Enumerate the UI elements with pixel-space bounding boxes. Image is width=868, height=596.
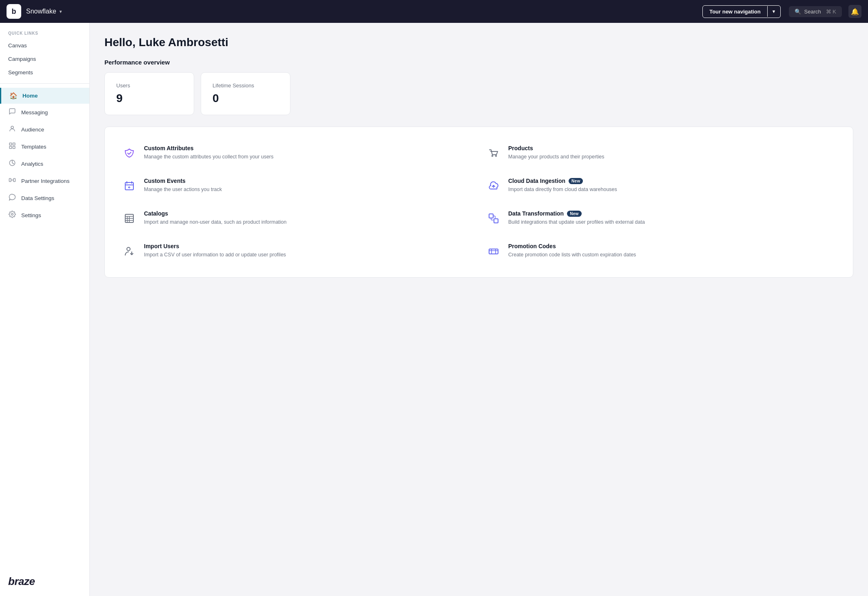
products-icon [485, 145, 502, 161]
sidebar: Quick Links Canvas Campaigns Segments 🏠 … [0, 23, 90, 596]
notifications-button[interactable]: 🔔 [848, 5, 861, 18]
data-settings-icon [8, 193, 16, 202]
app-layout: Quick Links Canvas Campaigns Segments 🏠 … [0, 23, 868, 596]
lifetime-sessions-label: Lifetime Sessions [213, 82, 279, 89]
tour-dropdown-btn[interactable]: ▼ [767, 6, 780, 17]
data-settings-label: Data Settings [21, 195, 54, 201]
partner-integrations-icon [8, 176, 16, 185]
ds-item-products[interactable]: Products Manage your products and their … [479, 137, 843, 169]
ds-item-custom-attributes[interactable]: Custom Attributes Manage the custom attr… [115, 137, 479, 169]
perf-overview-title: Performance overview [104, 59, 853, 66]
lifetime-sessions-stat-card: Lifetime Sessions 0 [201, 72, 290, 115]
svg-point-9 [492, 156, 493, 157]
data-settings-grid: Custom Attributes Manage the custom attr… [115, 137, 843, 267]
svg-rect-11 [125, 182, 133, 190]
sidebar-item-data-settings[interactable]: Data Settings [0, 189, 89, 207]
svg-point-8 [11, 213, 13, 216]
audience-label: Audience [21, 127, 44, 133]
sidebar-link-campaigns[interactable]: Campaigns [0, 52, 89, 66]
sidebar-link-canvas[interactable]: Canvas [0, 39, 89, 52]
messaging-label: Messaging [21, 109, 48, 116]
tour-main-btn[interactable]: Tour new navigation [703, 6, 767, 18]
sidebar-item-audience[interactable]: Audience [0, 121, 89, 138]
catalogs-content: Catalogs Import and manage non-user data… [144, 210, 287, 226]
partner-integrations-label: Partner Integrations [21, 178, 70, 184]
sidebar-item-templates[interactable]: Templates [0, 138, 89, 155]
templates-label: Templates [21, 144, 46, 150]
import-users-title: Import Users [144, 243, 286, 249]
lifetime-sessions-value: 0 [213, 92, 279, 105]
workspace-selector[interactable]: Snowflake ▼ [26, 8, 63, 15]
custom-attributes-desc: Manage the custom attributes you collect… [144, 153, 274, 161]
catalogs-icon [121, 210, 137, 227]
promotion-codes-desc: Create promotion code lists with custom … [508, 251, 636, 259]
data-transformation-title: Data Transformation New [508, 210, 645, 217]
products-title: Products [508, 145, 604, 151]
bell-icon: 🔔 [851, 8, 859, 16]
svg-rect-2 [13, 143, 15, 145]
promotion-codes-icon [485, 243, 502, 259]
chevron-down-icon: ▼ [59, 9, 63, 14]
svg-rect-13 [489, 214, 493, 218]
custom-events-title: Custom Events [144, 178, 222, 184]
data-transformation-icon [485, 210, 502, 227]
top-navigation: b Snowflake ▼ Tour new navigation ▼ 🔍 Se… [0, 0, 868, 23]
settings-icon [8, 211, 16, 220]
braze-wordmark: braze [8, 575, 81, 588]
campaigns-link-label: Campaigns [8, 56, 36, 62]
templates-icon [8, 142, 16, 151]
analytics-label: Analytics [21, 161, 43, 167]
stats-row: Users 9 Lifetime Sessions 0 [104, 72, 853, 115]
search-icon: 🔍 [795, 9, 801, 15]
analytics-icon [8, 159, 16, 168]
catalogs-title: Catalogs [144, 210, 287, 217]
data-transformation-desc: Build integrations that update user prof… [508, 218, 645, 226]
sidebar-link-segments[interactable]: Segments [0, 66, 89, 79]
sidebar-item-analytics[interactable]: Analytics [0, 155, 89, 172]
sidebar-item-partner-integrations[interactable]: Partner Integrations [0, 172, 89, 189]
catalogs-desc: Import and manage non-user data, such as… [144, 218, 287, 226]
svg-rect-16 [489, 249, 498, 254]
data-settings-card: Custom Attributes Manage the custom attr… [104, 127, 853, 278]
cloud-data-ingestion-title: Cloud Data Ingestion New [508, 178, 617, 184]
global-search[interactable]: 🔍 Search ⌘ K [789, 6, 842, 17]
data-transformation-content: Data Transformation New Build integratio… [508, 210, 645, 226]
products-content: Products Manage your products and their … [508, 145, 604, 161]
ds-item-import-users[interactable]: Import Users Import a CSV of user inform… [115, 235, 479, 267]
sidebar-item-settings[interactable]: Settings [0, 207, 89, 224]
workspace-name: Snowflake [26, 8, 56, 15]
users-stat-card: Users 9 [104, 72, 194, 115]
settings-label: Settings [21, 212, 41, 218]
home-label: Home [22, 93, 38, 99]
import-users-content: Import Users Import a CSV of user inform… [144, 243, 286, 259]
sidebar-item-home[interactable]: 🏠 Home [0, 88, 89, 104]
page-greeting: Hello, Luke Ambrosetti [104, 36, 853, 49]
sidebar-item-messaging[interactable]: Messaging [0, 104, 89, 121]
import-users-icon [121, 243, 137, 259]
promotion-codes-title: Promotion Codes [508, 243, 636, 249]
svg-rect-3 [9, 147, 11, 149]
cloud-data-ingestion-badge: New [569, 178, 583, 184]
ds-item-promotion-codes[interactable]: Promotion Codes Create promotion code li… [479, 235, 843, 267]
users-stat-value: 9 [116, 92, 182, 105]
tour-navigation-button[interactable]: Tour new navigation ▼ [702, 5, 780, 18]
svg-point-10 [496, 156, 497, 157]
quick-links-label: Quick Links [0, 23, 89, 39]
ds-item-cloud-data-ingestion[interactable]: Cloud Data Ingestion New Import data dir… [479, 169, 843, 202]
search-label: Search [804, 9, 821, 15]
ds-item-catalogs[interactable]: Catalogs Import and manage non-user data… [115, 202, 479, 235]
cloud-data-ingestion-content: Cloud Data Ingestion New Import data dir… [508, 178, 617, 193]
main-content: Hello, Luke Ambrosetti Performance overv… [90, 23, 868, 596]
sidebar-bottom: braze [0, 567, 89, 596]
ds-item-data-transformation[interactable]: Data Transformation New Build integratio… [479, 202, 843, 235]
svg-point-15 [127, 247, 130, 251]
custom-events-icon [121, 178, 137, 194]
custom-events-content: Custom Events Manage the user actions yo… [144, 178, 222, 193]
svg-rect-1 [9, 143, 11, 145]
custom-events-desc: Manage the user actions you track [144, 186, 222, 193]
import-users-desc: Import a CSV of user information to add … [144, 251, 286, 259]
custom-attributes-title: Custom Attributes [144, 145, 274, 151]
ds-item-custom-events[interactable]: Custom Events Manage the user actions yo… [115, 169, 479, 202]
svg-rect-4 [13, 147, 15, 149]
svg-rect-14 [494, 219, 498, 223]
